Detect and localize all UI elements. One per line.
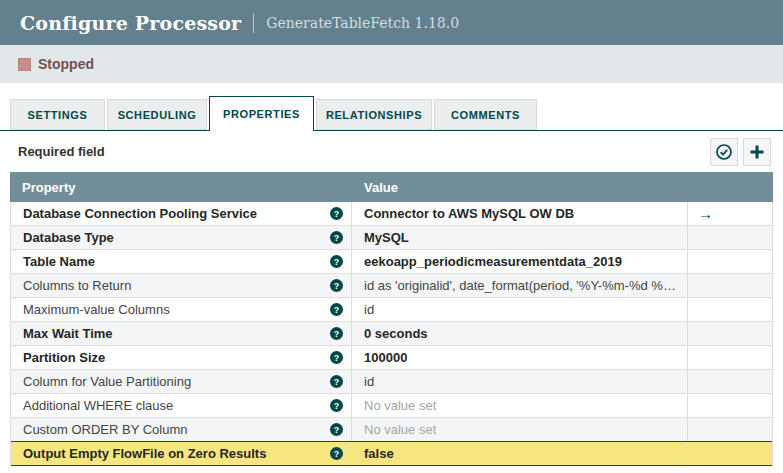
value-cell[interactable]: id [352,298,688,321]
tab-relationships[interactable]: RELATIONSHIPS [316,99,432,130]
property-cell: Additional WHERE clause ? [11,394,352,417]
property-value: Connector to AWS MySQL OW DB [364,206,574,221]
title-divider [253,13,254,33]
tab-label: RELATIONSHIPS [326,109,422,121]
property-cell: Maximum-value Columns ? [11,298,352,321]
tab-gap [0,83,783,97]
property-value: eekoapp_periodicmeasurementdata_2019 [364,254,622,269]
property-value: MySQL [364,230,409,245]
tab-label: PROPERTIES [223,108,300,120]
status-label: Stopped [38,56,94,72]
property-name: Additional WHERE clause [23,398,330,413]
table-header-row: Property Value [10,172,773,202]
property-name: Custom ORDER BY Column [23,422,330,437]
tab-label: SCHEDULING [118,109,197,121]
help-icon[interactable]: ? [330,279,343,292]
property-name: Output Empty FlowFile on Zero Results [23,446,330,461]
configure-processor-dialog: Configure Processor GenerateTableFetch 1… [0,0,783,473]
actions-cell: → [688,202,772,225]
tab-settings[interactable]: SETTINGS [10,99,105,130]
go-to-service-icon[interactable]: → [698,206,713,221]
help-icon[interactable]: ? [330,303,343,316]
tab-properties[interactable]: PROPERTIES [209,96,314,131]
value-cell[interactable]: eekoapp_periodicmeasurementdata_2019 [352,250,688,273]
property-name: Table Name [23,254,330,269]
value-cell[interactable]: Connector to AWS MySQL OW DB [352,202,688,225]
table-row[interactable]: Maximum-value Columns ? id [11,298,772,322]
help-icon[interactable]: ? [330,375,343,388]
help-icon[interactable]: ? [330,327,343,340]
add-property-icon [749,144,765,160]
table-row[interactable]: Partition Size ? 100000 [11,346,772,370]
property-cell: Column for Value Partitioning ? [11,370,352,393]
add-property-button[interactable] [743,138,771,166]
property-name: Database Type [23,230,330,245]
property-value: 0 seconds [364,326,428,341]
required-field-label: Required field [18,144,105,159]
help-icon[interactable]: ? [330,447,343,460]
actions-cell [688,370,772,393]
table-row[interactable]: Column for Value Partitioning ? id [11,370,772,394]
table-row[interactable]: Columns to Return ? id as 'originalid', … [11,274,772,298]
property-value: id [364,302,374,317]
value-cell[interactable]: No value set [352,418,688,441]
value-cell[interactable]: 0 seconds [352,322,688,345]
help-icon[interactable]: ? [330,207,343,220]
table-row[interactable]: Output Empty FlowFile on Zero Results ? … [11,441,772,466]
property-name: Partition Size [23,350,330,365]
table-row[interactable]: Table Name ? eekoapp_periodicmeasurement… [11,250,772,274]
table-row[interactable]: Additional WHERE clause ? No value set [11,394,772,418]
actions-cell [688,250,772,273]
property-cell: Columns to Return ? [11,274,352,297]
property-name: Maximum-value Columns [23,302,330,317]
help-icon[interactable]: ? [330,231,343,244]
value-cell[interactable]: No value set [352,394,688,417]
property-value: No value set [364,398,436,413]
column-header-value: Value [352,180,688,195]
table-row[interactable]: Custom ORDER BY Column ? No value set [11,418,772,442]
verify-properties-button[interactable] [710,138,738,166]
tab-label: SETTINGS [28,109,88,121]
property-cell: Table Name ? [11,250,352,273]
value-cell[interactable]: false [352,442,688,465]
property-value: false [364,446,394,461]
properties-table: Property Value Database Connection Pooli… [10,172,773,466]
verify-properties-icon [715,143,733,161]
actions-cell [688,442,772,465]
actions-cell [688,226,772,249]
property-name: Column for Value Partitioning [23,374,330,389]
table-row[interactable]: Database Type ? MySQL [11,226,772,250]
tab-label: COMMENTS [451,109,520,121]
value-cell[interactable]: id as 'originalid', date_format(period, … [352,274,688,297]
help-icon[interactable]: ? [330,351,343,364]
stopped-state-icon [18,58,31,71]
help-icon[interactable]: ? [330,255,343,268]
table-row[interactable]: Database Connection Pooling Service ? Co… [11,202,772,226]
actions-cell [688,346,772,369]
property-value: id [364,374,374,389]
property-value: No value set [364,422,436,437]
processor-name-version: GenerateTableFetch 1.18.0 [266,15,459,31]
table-row[interactable]: Max Wait Time ? 0 seconds [11,322,772,346]
tab-strip: SETTINGS SCHEDULING PROPERTIES RELATIONS… [0,97,783,131]
tab-comments[interactable]: COMMENTS [434,99,537,130]
property-name: Max Wait Time [23,326,330,341]
value-cell[interactable]: id [352,370,688,393]
help-icon[interactable]: ? [330,399,343,412]
property-value: id as 'originalid', date_format(period, … [364,278,679,293]
table-body: Database Connection Pooling Service ? Co… [10,202,773,466]
property-cell: Output Empty FlowFile on Zero Results ? [11,442,352,465]
property-name: Database Connection Pooling Service [23,206,330,221]
actions-cell [688,418,772,441]
property-cell: Max Wait Time ? [11,322,352,345]
column-header-property: Property [10,180,352,195]
value-cell[interactable]: MySQL [352,226,688,249]
status-bar: Stopped [0,45,783,83]
tab-scheduling[interactable]: SCHEDULING [107,99,207,130]
property-value: 100000 [364,350,407,365]
value-cell[interactable]: 100000 [352,346,688,369]
property-cell: Partition Size ? [11,346,352,369]
dialog-header: Configure Processor GenerateTableFetch 1… [0,0,783,45]
property-cell: Custom ORDER BY Column ? [11,418,352,441]
help-icon[interactable]: ? [330,423,343,436]
